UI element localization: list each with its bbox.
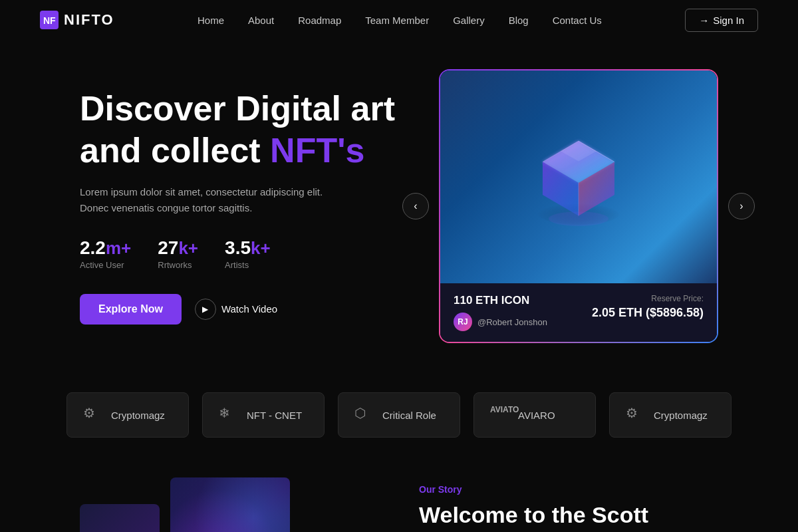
stat-artworks: 27k+ Rrtworks (158, 237, 198, 270)
stats-container: 2.2m+ Active User 27k+ Rrtworks 3.5k+ Ar… (80, 237, 412, 270)
hero-title-line1: Discover Digital art (80, 89, 395, 128)
about-title-line1: Welcome to the Scott (419, 502, 648, 527)
partner-icon-4: AVIATO (490, 405, 510, 425)
hero-section: Discover Digital art and collect NFT's L… (0, 40, 798, 372)
partner-icon-3: ⬡ (354, 405, 374, 425)
nav-team[interactable]: Team Member (365, 15, 429, 26)
hero-subtitle: Lorem ipsum dolor sit amet, consectetur … (80, 184, 412, 216)
main-nav: Home About Roadmap Team Member Gallery B… (198, 15, 602, 26)
creator-name: @Robert Jonshon (477, 317, 547, 327)
about-image-primary (170, 477, 290, 532)
about-title: Welcome to the Scott Art Studios (419, 501, 718, 532)
play-icon: ▶ (195, 299, 216, 320)
partner-name-1: Cryptomagz (111, 410, 165, 421)
nft-name: 110 ETH ICON (454, 294, 547, 307)
partner-cryptomagz-1: ⚙ Cryptomagz (66, 392, 189, 438)
partner-icon-2: ❄ (219, 405, 239, 425)
partner-nft-cnet: ❄ NFT - CNET (202, 392, 325, 438)
nav-blog[interactable]: Blog (509, 15, 529, 26)
reserve-label: Reserve Price: (592, 294, 704, 303)
watch-video-button[interactable]: ▶ Watch Video (195, 299, 277, 320)
about-images (80, 477, 379, 532)
explore-button[interactable]: Explore Now (80, 294, 182, 325)
nav-contact[interactable]: Contact Us (553, 15, 602, 26)
hero-actions: Explore Now ▶ Watch Video (80, 294, 412, 325)
chevron-left-icon: ‹ (414, 200, 417, 212)
watch-video-label: Watch Video (221, 303, 277, 315)
nav-roadmap[interactable]: Roadmap (298, 15, 341, 26)
partner-name-4: AVIARO (518, 410, 555, 421)
nft-card: 110 ETH ICON RJ @Robert Jonshon Reserve … (440, 70, 717, 342)
about-content: Our Story Welcome to the Scott Art Studi… (419, 477, 718, 532)
nft-creator: RJ @Robert Jonshon (454, 313, 547, 331)
nft-card-wrapper: 110 ETH ICON RJ @Robert Jonshon Reserve … (439, 69, 718, 343)
our-story-tag: Our Story (419, 484, 718, 495)
nav-home[interactable]: Home (198, 15, 224, 26)
nft-info: 110 ETH ICON RJ @Robert Jonshon Reserve … (440, 283, 717, 342)
signin-arrow-icon: → (699, 15, 709, 26)
nav-gallery[interactable]: Gallery (453, 15, 485, 26)
signin-button[interactable]: → Sign In (685, 9, 758, 32)
stat-active-users: 2.2m+ Active User (80, 237, 131, 270)
carousel-next-button[interactable]: › (728, 193, 755, 219)
logo[interactable]: NF NIFTO (40, 11, 114, 29)
signin-label: Sign In (713, 15, 744, 26)
svg-text:NF: NF (43, 15, 56, 26)
partner-name-2: NFT - CNET (247, 410, 302, 421)
partner-name-5: Cryptomagz (654, 410, 708, 421)
nft-image (440, 70, 717, 283)
nav-about[interactable]: About (248, 15, 274, 26)
partner-name-3: Critical Role (382, 410, 436, 421)
nft-info-left: 110 ETH ICON RJ @Robert Jonshon (454, 294, 547, 331)
partner-aviaro: AVIATO AVIARO (473, 392, 596, 438)
partner-icon-5: ⚙ (626, 405, 646, 425)
nft-card-container: ‹ (439, 69, 718, 343)
nft-info-right: Reserve Price: 2.05 ETH ($5896.58) (592, 294, 704, 320)
partner-cryptomagz-2: ⚙ Cryptomagz (609, 392, 732, 438)
about-image-secondary (80, 504, 160, 532)
carousel-prev-button[interactable]: ‹ (402, 193, 429, 219)
svg-point-10 (549, 211, 608, 226)
creator-avatar: RJ (454, 313, 472, 331)
partner-icon-1: ⚙ (83, 405, 103, 425)
partner-critical-role: ⬡ Critical Role (338, 392, 460, 438)
hero-content: Discover Digital art and collect NFT's L… (80, 88, 439, 325)
reserve-price: 2.05 ETH ($5896.58) (592, 306, 704, 320)
about-title-line2: Art Studios (419, 529, 541, 532)
nft-cube-visual (519, 117, 638, 237)
partners-section: ⚙ Cryptomagz ❄ NFT - CNET ⬡ Critical Rol… (0, 372, 798, 458)
hero-title-highlight: NFT's (270, 131, 364, 170)
stat-artists: 3.5k+ Artists (225, 237, 271, 270)
hero-title: Discover Digital art and collect NFT's (80, 88, 412, 171)
about-image-inner (170, 477, 290, 532)
about-section: Our Story Welcome to the Scott Art Studi… (0, 458, 798, 532)
hero-title-line2-prefix: and collect (80, 131, 270, 170)
header: NF NIFTO Home About Roadmap Team Member … (0, 0, 798, 40)
chevron-right-icon: › (739, 200, 743, 212)
logo-text: NIFTO (64, 11, 114, 29)
